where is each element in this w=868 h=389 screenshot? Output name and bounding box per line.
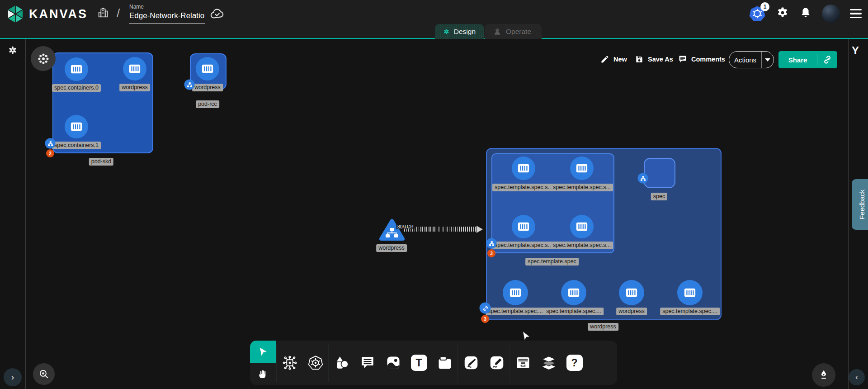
node-container[interactable] [65,115,88,138]
container-icon [683,286,697,299]
pen-tool[interactable] [458,341,484,385]
node-spec-label: spec [651,193,667,200]
group-pod-skd-kind-badge[interactable] [45,138,56,149]
actions-button[interactable]: Actions [729,51,774,68]
group-spec-template[interactable] [491,153,614,253]
container-icon [200,62,215,75]
rail-spiral-icon[interactable] [8,45,18,57]
save-icon [635,55,644,64]
node-label: wordpress [119,84,150,91]
kanvas-logo-icon [6,4,24,24]
group-wordpress-count-badge[interactable]: 3 [481,315,489,323]
shapes-tool[interactable] [329,341,354,385]
node-container[interactable] [619,280,644,305]
image-tool[interactable] [380,341,406,385]
cluster-node[interactable] [31,46,56,71]
new-button[interactable]: New [600,55,627,64]
node-container[interactable] [65,57,88,81]
edge-service-to-pod[interactable] [404,227,477,232]
operate-astronaut-icon [493,27,502,36]
design-name-input[interactable] [129,10,205,24]
group-label-pod-rcc: pod-rcc [196,100,219,108]
hamburger-menu-icon[interactable] [850,9,862,19]
container-icon [575,220,589,233]
container-icon [508,286,523,299]
save-as-button[interactable]: Save As [635,55,673,64]
yaml-panel-icon[interactable]: Y [852,44,859,57]
drawer-tool[interactable] [510,341,536,385]
share-button[interactable]: Share [778,51,837,68]
container-icon [575,162,589,175]
notifications-bell-icon[interactable] [799,6,812,21]
node-container[interactable] [570,215,594,238]
settings-gear-icon[interactable] [776,6,789,21]
node-container[interactable] [677,280,703,305]
container-icon [624,286,639,299]
copy-link-button[interactable] [817,55,837,65]
text-tool[interactable]: T [406,341,432,385]
node-label: spec.template.spec.s... [492,242,555,249]
node-container[interactable] [512,215,535,238]
magnifier-plus-icon [38,368,50,380]
select-tool[interactable] [250,341,276,363]
node-container[interactable] [570,157,594,180]
tab-design[interactable]: Design [435,24,484,39]
group-wordpress-kind-badge[interactable] [480,303,491,314]
node-spec-kind-badge[interactable] [638,173,648,184]
sticky-note-icon [437,355,453,371]
kanvas-logo[interactable]: KANVAS [6,4,88,24]
group-pod-skd-count-badge[interactable]: 2 [46,149,54,157]
node-container[interactable] [512,157,535,180]
kubernetes-tool[interactable] [302,341,328,385]
new-button-label: New [613,56,627,63]
actions-dropdown-caret[interactable] [762,58,774,62]
text-tool-glyph: T [411,355,427,371]
chevron-right-icon: › [11,373,14,382]
node-wordpress-service[interactable] [379,218,405,242]
node-spec[interactable] [644,158,675,188]
comments-button[interactable]: Comments [678,55,725,64]
pan-tool[interactable] [250,363,276,385]
layers-icon [540,354,557,371]
feedback-tab[interactable]: Feedback [852,179,868,230]
actions-button-label: Actions [729,56,761,64]
organization-icon[interactable] [97,6,109,21]
group-label-pod-skd: pod-skd [89,158,113,166]
node-container[interactable] [561,280,586,305]
container-icon [69,120,84,133]
comment-bubble-icon [360,355,375,370]
node-container[interactable] [123,57,146,81]
node-label: spec.template.spec.s... [551,242,613,249]
group-spec-template-kind-badge[interactable] [486,238,497,249]
k8s-context-count-badge: 1 [760,2,769,11]
user-avatar[interactable] [822,5,840,23]
group-pod-rcc-kind-badge[interactable] [184,80,195,90]
kubernetes-wheel-icon [307,354,324,371]
comments-button-label: Comments [691,56,725,63]
pencil-draw-tool[interactable] [484,341,509,385]
node-container[interactable] [503,280,528,305]
note-tool[interactable] [432,341,458,385]
expand-left-panel-button[interactable]: › [4,368,22,386]
container-icon [127,62,142,75]
k8s-context-switcher[interactable]: 1 [749,5,766,22]
container-icon [69,63,84,76]
group-spec-template-count-badge[interactable]: 3 [487,249,495,257]
help-tool[interactable]: ? [561,341,587,385]
logo-text: KANVAS [29,7,88,21]
collapse-right-panel-button[interactable]: ‹ [849,369,865,385]
share-button-label: Share [778,56,817,64]
edge-port-label: 80/TCP [396,224,415,229]
cursor-arrow-icon [258,346,269,357]
pen-nib-icon [818,369,830,381]
tab-operate[interactable]: Operate [485,24,542,39]
group-label-spec-template: spec.template.spec [525,258,579,266]
node-label: spec.template.spec.... [486,308,545,315]
components-tool[interactable] [277,341,302,385]
pen-mode-button[interactable] [812,363,835,387]
pen-vector-icon [463,355,479,371]
node-container[interactable] [196,57,219,81]
layers-tool[interactable] [536,341,561,385]
comment-tool[interactable] [354,341,380,385]
zoom-button[interactable] [33,363,55,385]
